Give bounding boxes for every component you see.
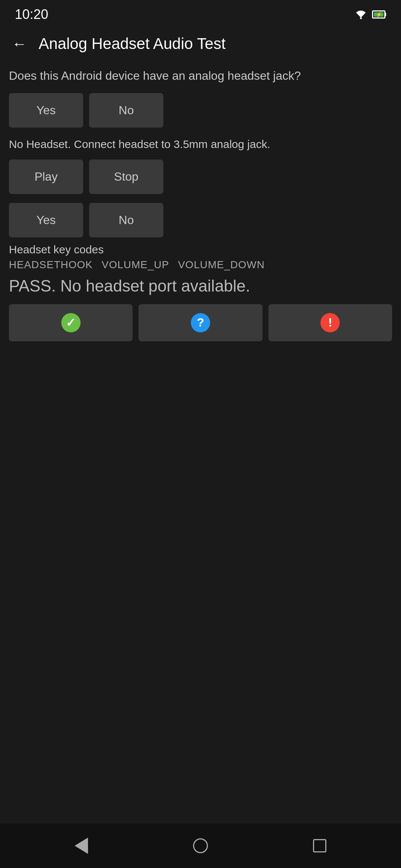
pass-status-text: PASS. No headset port available.: [9, 277, 392, 295]
fail-result-button[interactable]: !: [268, 304, 392, 341]
nav-recents-icon: [313, 839, 326, 852]
headset-yes-button[interactable]: Yes: [9, 93, 83, 128]
svg-point-0: [360, 17, 362, 19]
main-content: Does this Android device have an analog …: [0, 62, 401, 868]
key-code-volume-down: VOLUME_DOWN: [178, 259, 264, 271]
key-code-headsethook: HEADSETHOOK: [9, 259, 93, 271]
play-stop-section: No Headset. Connect headset to 3.5mm ana…: [9, 137, 392, 194]
status-time: 10:20: [15, 7, 48, 22]
nav-home-button[interactable]: [187, 832, 214, 859]
stop-button[interactable]: Stop: [89, 160, 163, 194]
play-button[interactable]: Play: [9, 160, 83, 194]
confirm-buttons: Yes No: [9, 203, 392, 237]
status-bar: 10:20 ⚡: [0, 0, 401, 26]
confirm-yes-button[interactable]: Yes: [9, 203, 83, 237]
question-mark-icon: ?: [197, 316, 204, 329]
pass-result-button[interactable]: ✓: [9, 304, 133, 341]
connect-headset-info: No Headset. Connect headset to 3.5mm ana…: [9, 137, 392, 152]
headset-no-button[interactable]: No: [89, 93, 163, 128]
play-stop-buttons: Play Stop: [9, 160, 392, 194]
pass-icon: ✓: [61, 313, 81, 332]
nav-recents-button[interactable]: [307, 833, 332, 858]
key-codes-section: Headset key codes HEADSETHOOK VOLUME_UP …: [9, 243, 392, 271]
key-codes-row: HEADSETHOOK VOLUME_UP VOLUME_DOWN: [9, 259, 392, 271]
status-icons: ⚡: [354, 9, 386, 20]
nav-back-button[interactable]: [69, 832, 94, 860]
back-button[interactable]: ←: [9, 33, 30, 54]
question-result-button[interactable]: ?: [138, 304, 262, 341]
nav-bar: [0, 823, 401, 868]
header: ← Analog Headset Audio Test: [0, 26, 401, 62]
key-codes-label: Headset key codes: [9, 243, 392, 256]
wifi-icon: [354, 9, 368, 20]
nav-back-icon: [75, 838, 88, 854]
page-title: Analog Headset Audio Test: [39, 35, 226, 53]
key-code-volume-up: VOLUME_UP: [102, 259, 169, 271]
exclamation-icon: !: [328, 316, 332, 329]
back-arrow-icon: ←: [12, 36, 27, 51]
pass-checkmark-icon: ✓: [66, 316, 76, 330]
confirm-no-button[interactable]: No: [89, 203, 163, 237]
result-buttons-row: ✓ ? !: [9, 304, 392, 341]
headset-jack-buttons: Yes No: [9, 93, 392, 128]
fail-icon: !: [320, 313, 340, 332]
nav-home-icon: [193, 838, 208, 853]
question-icon: ?: [191, 313, 210, 332]
headset-jack-question: Does this Android device have an analog …: [9, 68, 392, 84]
